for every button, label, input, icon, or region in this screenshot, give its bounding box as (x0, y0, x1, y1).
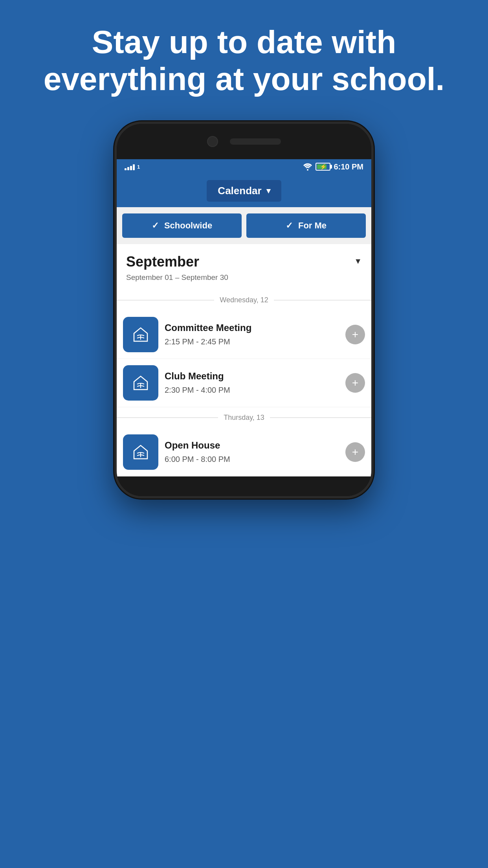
day-label-wed: Wednesday, 12 (214, 296, 273, 304)
event-info-openhouse: Open House 6:00 PM - 8:00 PM (165, 440, 339, 464)
status-time: 6:10 PM (334, 162, 363, 171)
book-icon (130, 372, 151, 394)
status-bar: 1 ⚡ 6:10 PM (117, 159, 371, 175)
day-label-thu: Thursday, 13 (218, 414, 270, 422)
calendar-title: Calendar (218, 185, 261, 197)
event-title-club: Club Meeting (165, 371, 339, 382)
add-club-button[interactable]: + (345, 373, 365, 393)
svg-point-0 (307, 169, 308, 171)
calendar-content: September ▼ September 01 – September 30 … (117, 244, 371, 476)
event-icon-committee (123, 317, 158, 352)
chevron-down-icon: ▾ (266, 186, 270, 195)
schoolwide-filter-button[interactable]: ✓ Schoolwide (122, 213, 242, 238)
month-arrow-icon[interactable]: ▼ (354, 257, 362, 266)
for-me-filter-label: For Me (298, 221, 327, 231)
hero-text: Stay up to date with everything at your … (0, 0, 488, 114)
signal-bars-icon (125, 163, 135, 170)
phone-speaker (230, 138, 281, 145)
list-item[interactable]: Club Meeting 2:30 PM - 4:00 PM + (117, 359, 371, 407)
wifi-icon (303, 163, 312, 171)
schoolwide-filter-label: Schoolwide (164, 221, 212, 231)
list-item[interactable]: Committee Meeting 2:15 PM - 2:45 PM + (117, 311, 371, 359)
filter-bar: ✓ Schoolwide ✓ For Me (117, 207, 371, 244)
add-openhouse-button[interactable]: + (345, 442, 365, 462)
event-icon-openhouse (123, 434, 158, 470)
book-icon (130, 441, 151, 463)
day-divider-thu: Thursday, 13 (117, 410, 371, 426)
event-time-committee: 2:15 PM - 2:45 PM (165, 337, 339, 346)
for-me-filter-button[interactable]: ✓ For Me (246, 213, 366, 238)
month-header: September ▼ (117, 244, 371, 273)
phone-top-bezel (117, 124, 371, 159)
phone-frame: 1 ⚡ 6:10 PM (0, 121, 488, 498)
event-title-openhouse: Open House (165, 440, 339, 451)
book-icon (130, 324, 151, 345)
phone-body: 1 ⚡ 6:10 PM (114, 121, 374, 498)
status-signal: 1 (125, 163, 140, 170)
event-info-committee: Committee Meeting 2:15 PM - 2:45 PM (165, 322, 339, 346)
add-committee-button[interactable]: + (345, 325, 365, 344)
month-name: September (126, 254, 199, 270)
event-time-openhouse: 6:00 PM - 8:00 PM (165, 455, 339, 464)
day-divider-wed: Wednesday, 12 (117, 292, 371, 308)
calendar-dropdown-button[interactable]: Calendar ▾ (207, 180, 281, 202)
phone-bottom-bezel (117, 476, 371, 496)
event-info-club: Club Meeting 2:30 PM - 4:00 PM (165, 371, 339, 395)
phone-camera (207, 136, 218, 147)
month-range: September 01 – September 30 (117, 273, 371, 290)
schoolwide-checkmark-icon: ✓ (152, 221, 159, 231)
event-icon-club (123, 365, 158, 401)
battery-icon: ⚡ (316, 163, 330, 171)
list-item[interactable]: Open House 6:00 PM - 8:00 PM + (117, 428, 371, 476)
event-time-club: 2:30 PM - 4:00 PM (165, 386, 339, 395)
status-right-icons: ⚡ 6:10 PM (303, 162, 363, 171)
app-header: Calendar ▾ (117, 175, 371, 207)
for-me-checkmark-icon: ✓ (286, 221, 293, 231)
event-title-committee: Committee Meeting (165, 322, 339, 333)
